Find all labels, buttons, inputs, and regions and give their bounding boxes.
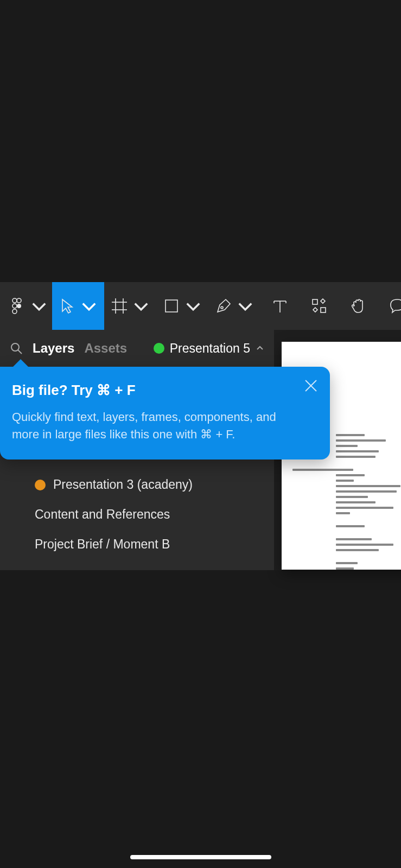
left-panel-header: Layers Assets Presentation 5 [0, 330, 274, 367]
tooltip-body: Quickly find text, layers, frames, compo… [12, 409, 283, 443]
page-selector[interactable]: Presentation 5 [154, 341, 264, 356]
chevron-down-icon [235, 296, 255, 316]
move-tool[interactable] [52, 282, 104, 330]
chevron-down-icon [131, 296, 151, 316]
page-item[interactable]: Presentation 3 (acadeny) [0, 470, 274, 500]
svg-point-1 [17, 298, 21, 303]
shape-tool[interactable] [156, 282, 208, 330]
pen-tool[interactable] [208, 282, 260, 330]
svg-point-2 [12, 304, 17, 308]
svg-point-10 [221, 307, 223, 309]
resources-tool-icon [309, 296, 329, 316]
hand-tool-icon [348, 296, 368, 316]
layers-list: Big file? Try ⌘ + F Quickly find text, l… [0, 367, 274, 570]
svg-rect-16 [321, 308, 326, 312]
chevron-down-icon [79, 296, 99, 316]
close-icon[interactable] [303, 378, 319, 394]
chevron-down-icon [183, 296, 203, 316]
svg-line-18 [18, 350, 22, 354]
svg-point-4 [12, 309, 17, 314]
figma-logo-icon [8, 296, 27, 316]
svg-rect-15 [313, 299, 317, 304]
status-dot-icon [35, 480, 46, 490]
search-icon[interactable] [10, 342, 23, 355]
hand-tool[interactable] [339, 282, 378, 330]
shape-tool-icon [162, 296, 181, 316]
move-tool-icon [58, 296, 77, 316]
text-tool[interactable] [260, 282, 300, 330]
svg-rect-9 [166, 300, 177, 312]
status-dot-icon [154, 343, 164, 354]
main-toolbar [0, 282, 401, 330]
comment-tool-icon [387, 296, 401, 316]
pen-tool-icon [214, 296, 233, 316]
svg-point-0 [12, 298, 17, 303]
page-item[interactable]: Content and References [0, 500, 274, 529]
home-indicator[interactable] [130, 855, 271, 859]
page-item[interactable]: Project Brief / Moment B [0, 529, 274, 559]
comment-tool[interactable] [378, 282, 401, 330]
tab-assets[interactable]: Assets [84, 341, 127, 356]
main-menu-button[interactable] [5, 282, 52, 330]
chevron-down-icon [29, 296, 49, 316]
svg-point-17 [11, 343, 19, 351]
resources-tool[interactable] [300, 282, 339, 330]
tooltip-title: Big file? Try ⌘ + F [12, 382, 314, 399]
svg-point-3 [17, 304, 21, 308]
text-tool-icon [270, 296, 290, 316]
tab-layers[interactable]: Layers [33, 341, 74, 356]
page-item-label: Presentation 3 (acadeny) [53, 477, 193, 492]
search-hint-tooltip: Big file? Try ⌘ + F Quickly find text, l… [0, 367, 330, 459]
frame-tool[interactable] [104, 282, 156, 330]
chevron-up-icon [256, 344, 264, 353]
frame-tool-icon [110, 296, 129, 316]
current-page-name: Presentation 5 [170, 341, 250, 356]
page-item-label: Content and References [35, 507, 170, 522]
page-item-label: Project Brief / Moment B [35, 537, 170, 552]
